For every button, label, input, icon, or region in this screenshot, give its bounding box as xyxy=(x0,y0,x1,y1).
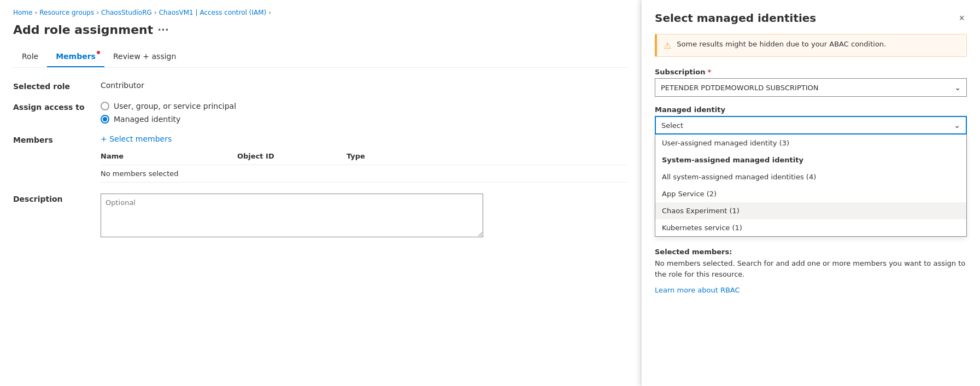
col-type-header: Type xyxy=(347,152,429,160)
assign-access-label: Assign access to xyxy=(13,102,101,112)
managed-identity-dropdown[interactable]: Select ⌄ xyxy=(655,116,967,134)
radio-label-user: User, group, or service principal xyxy=(114,102,236,110)
description-textarea[interactable] xyxy=(101,194,483,237)
members-label: Members xyxy=(13,134,101,144)
subscription-label: Subscription * xyxy=(655,68,967,76)
breadcrumb-home[interactable]: Home xyxy=(13,9,32,16)
page-title-container: Add role assignment ··· xyxy=(13,23,627,37)
dropdown-item-kubernetes[interactable]: Kubernetes service (1) xyxy=(655,219,966,236)
dropdown-list: User-assigned managed identity (3) Syste… xyxy=(655,134,967,237)
dropdown-item-all-system-assigned[interactable]: All system-assigned managed identities (… xyxy=(655,168,966,185)
subscription-dropdown-arrow: ⌄ xyxy=(954,83,961,92)
selected-role-label: Selected role xyxy=(13,81,101,91)
tabs-container: Role Members Review + assign xyxy=(13,48,627,68)
tab-role[interactable]: Role xyxy=(13,48,47,67)
learn-more-rbac-link[interactable]: Learn more about RBAC xyxy=(655,286,740,294)
warning-icon: ⚠ xyxy=(664,40,671,51)
selected-members-section: Selected members: No members selected. S… xyxy=(655,248,967,294)
panel-header: Select managed identities × xyxy=(655,11,967,25)
subscription-dropdown[interactable]: PETENDER PDTDEMOWORLD SUBSCRIPTION ⌄ xyxy=(655,78,967,97)
description-label: Description xyxy=(13,194,101,203)
description-row: Description xyxy=(13,194,627,239)
radio-circle-managed xyxy=(101,115,109,124)
more-options-icon[interactable]: ··· xyxy=(157,24,169,36)
members-value: + Select members Name Object ID Type No … xyxy=(101,134,627,183)
selected-role-value: Contributor xyxy=(101,81,627,90)
members-dot xyxy=(97,51,100,54)
subscription-required: * xyxy=(707,68,711,76)
managed-identity-field: Managed identity Select ⌄ User-assigned … xyxy=(655,106,967,237)
selected-members-desc: No members selected. Search for and add … xyxy=(655,258,967,279)
radio-managed-identity[interactable]: Managed identity xyxy=(101,115,627,124)
tab-members[interactable]: Members xyxy=(47,48,104,67)
members-table: Name Object ID Type No members selected xyxy=(101,148,627,183)
warning-banner: ⚠ Some results might be hidden due to yo… xyxy=(655,34,967,57)
members-table-empty: No members selected xyxy=(101,165,627,183)
radio-circle-user xyxy=(101,102,109,110)
selected-members-title: Selected members: xyxy=(655,248,967,256)
dropdown-section-system-assigned: System-assigned managed identity xyxy=(655,151,966,168)
radio-label-managed: Managed identity xyxy=(114,115,180,124)
selected-role-row: Selected role Contributor xyxy=(13,81,627,91)
warning-text: Some results might be hidden due to your… xyxy=(677,40,886,48)
dropdown-item-user-assigned[interactable]: User-assigned managed identity (3) xyxy=(655,134,966,151)
managed-identity-label: Managed identity xyxy=(655,106,967,114)
left-panel: Home › Resource groups › ChaosStudioRG ›… xyxy=(0,0,641,386)
subscription-value: PETENDER PDTDEMOWORLD SUBSCRIPTION xyxy=(661,84,819,92)
col-name-header: Name xyxy=(101,152,237,160)
managed-identity-placeholder: Select xyxy=(661,121,683,130)
members-row: Members + Select members Name Object ID … xyxy=(13,134,627,183)
breadcrumb-chaos-vm1-iam[interactable]: ChaosVM1 | Access control (IAM) xyxy=(159,9,267,16)
panel-title: Select managed identities xyxy=(655,11,816,25)
page-title: Add role assignment xyxy=(13,23,153,37)
breadcrumb-resource-groups[interactable]: Resource groups xyxy=(39,9,94,16)
col-objid-header: Object ID xyxy=(237,152,347,160)
radio-user-group[interactable]: User, group, or service principal xyxy=(101,102,627,110)
select-members-link[interactable]: + Select members xyxy=(101,134,627,143)
right-panel: Select managed identities × ⚠ Some resul… xyxy=(641,0,980,386)
description-value xyxy=(101,194,627,239)
assign-access-row: Assign access to User, group, or service… xyxy=(13,102,627,124)
managed-identity-dropdown-arrow: ⌄ xyxy=(954,121,960,130)
close-button[interactable]: × xyxy=(956,11,967,25)
tab-review-assign[interactable]: Review + assign xyxy=(104,48,185,67)
radio-group: User, group, or service principal Manage… xyxy=(101,102,627,124)
members-table-header: Name Object ID Type xyxy=(101,148,627,165)
dropdown-item-app-service[interactable]: App Service (2) xyxy=(655,185,966,202)
breadcrumb: Home › Resource groups › ChaosStudioRG ›… xyxy=(13,9,627,16)
breadcrumb-chaos-studio-rg[interactable]: ChaosStudioRG xyxy=(101,9,152,16)
dropdown-item-chaos-experiment[interactable]: Chaos Experiment (1) xyxy=(655,202,966,219)
subscription-field: Subscription * PETENDER PDTDEMOWORLD SUB… xyxy=(655,68,967,97)
